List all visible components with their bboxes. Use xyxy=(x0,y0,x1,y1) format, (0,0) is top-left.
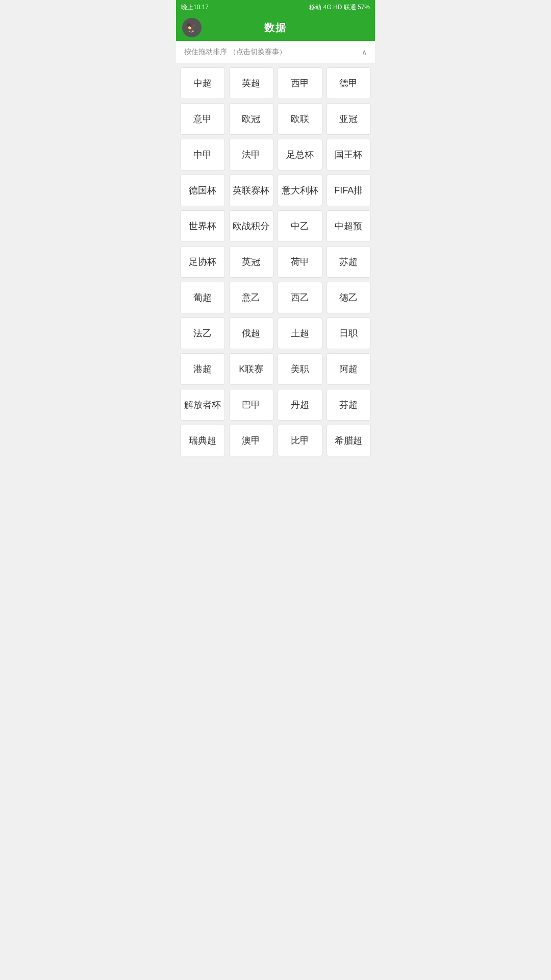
league-item-13[interactable]: 英联赛杯 xyxy=(229,175,274,206)
league-item-36[interactable]: 解放者杯 xyxy=(180,389,225,421)
league-item-24[interactable]: 葡超 xyxy=(180,282,225,313)
league-item-0[interactable]: 中超 xyxy=(180,67,225,99)
time-display: 晚上10:17 xyxy=(181,3,209,12)
league-item-7[interactable]: 亚冠 xyxy=(327,103,371,135)
league-item-27[interactable]: 德乙 xyxy=(327,282,371,313)
league-item-20[interactable]: 足协杯 xyxy=(180,246,225,278)
league-item-5[interactable]: 欧冠 xyxy=(229,103,274,135)
league-item-43[interactable]: 希腊超 xyxy=(327,425,371,456)
league-item-10[interactable]: 足总杯 xyxy=(278,139,322,170)
league-item-23[interactable]: 苏超 xyxy=(327,246,371,278)
league-item-2[interactable]: 西甲 xyxy=(278,67,322,99)
network-info: 移动 4G HD 联通 57% xyxy=(309,3,370,12)
avatar[interactable]: 🦅 xyxy=(182,18,202,37)
league-item-8[interactable]: 中甲 xyxy=(180,139,225,170)
sort-main-text: 按住拖动排序 xyxy=(184,47,227,56)
league-item-31[interactable]: 日职 xyxy=(327,317,371,349)
league-item-16[interactable]: 世界杯 xyxy=(180,210,225,242)
header: 🦅 数据 xyxy=(176,14,375,41)
league-item-32[interactable]: 港超 xyxy=(180,353,225,385)
sort-sub-text: （点击切换赛事） xyxy=(229,47,286,56)
league-item-26[interactable]: 西乙 xyxy=(278,282,322,313)
league-item-3[interactable]: 德甲 xyxy=(327,67,371,99)
league-item-9[interactable]: 法甲 xyxy=(229,139,274,170)
status-time: 晚上10:17 xyxy=(181,3,209,12)
sort-bar-label: 按住拖动排序 （点击切换赛事） xyxy=(184,47,286,57)
league-item-1[interactable]: 英超 xyxy=(229,67,274,99)
sort-bar: 按住拖动排序 （点击切换赛事） ∧ xyxy=(176,41,375,63)
league-item-30[interactable]: 土超 xyxy=(278,317,322,349)
league-item-34[interactable]: 美职 xyxy=(278,353,322,385)
collapse-arrow-icon[interactable]: ∧ xyxy=(362,48,367,56)
league-item-28[interactable]: 法乙 xyxy=(180,317,225,349)
league-item-39[interactable]: 芬超 xyxy=(327,389,371,421)
status-bar: 晚上10:17 移动 4G HD 联通 57% xyxy=(176,0,375,14)
league-item-12[interactable]: 德国杯 xyxy=(180,175,225,206)
league-item-11[interactable]: 国王杯 xyxy=(327,139,371,170)
league-item-22[interactable]: 荷甲 xyxy=(278,246,322,278)
page-title: 数据 xyxy=(264,21,287,35)
league-item-15[interactable]: FIFA排 xyxy=(327,175,371,206)
league-item-14[interactable]: 意大利杯 xyxy=(278,175,322,206)
league-item-18[interactable]: 中乙 xyxy=(278,210,322,242)
league-item-25[interactable]: 意乙 xyxy=(229,282,274,313)
league-item-35[interactable]: 阿超 xyxy=(327,353,371,385)
league-item-41[interactable]: 澳甲 xyxy=(229,425,274,456)
league-item-4[interactable]: 意甲 xyxy=(180,103,225,135)
league-item-33[interactable]: K联赛 xyxy=(229,353,274,385)
league-item-19[interactable]: 中超预 xyxy=(327,210,371,242)
status-right: 移动 4G HD 联通 57% xyxy=(309,3,370,12)
league-item-21[interactable]: 英冠 xyxy=(229,246,274,278)
league-item-40[interactable]: 瑞典超 xyxy=(180,425,225,456)
league-grid: 中超英超西甲德甲意甲欧冠欧联亚冠中甲法甲足总杯国王杯德国杯英联赛杯意大利杯FIF… xyxy=(176,63,375,460)
league-item-6[interactable]: 欧联 xyxy=(278,103,322,135)
league-item-37[interactable]: 巴甲 xyxy=(229,389,274,421)
league-item-38[interactable]: 丹超 xyxy=(278,389,322,421)
league-item-17[interactable]: 欧战积分 xyxy=(229,210,274,242)
league-item-42[interactable]: 比甲 xyxy=(278,425,322,456)
league-item-29[interactable]: 俄超 xyxy=(229,317,274,349)
